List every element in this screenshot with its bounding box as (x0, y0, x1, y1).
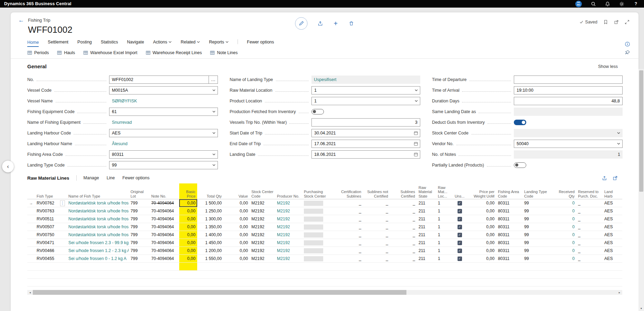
empty-cell[interactable] (496, 279, 522, 286)
environment-badge[interactable]: DEMO (575, 1, 582, 7)
empty-cell[interactable] (417, 271, 436, 278)
column-header-landing_type[interactable]: Landing Type Code (522, 189, 554, 199)
calendar-icon[interactable] (414, 131, 418, 135)
empty-cell[interactable] (363, 279, 390, 286)
empty-cell[interactable] (452, 271, 467, 278)
cell-sublines_cert[interactable]: _ (390, 207, 417, 215)
cell-stock_center[interactable]: M2192 (250, 255, 275, 262)
menu-reports[interactable]: Reports (209, 40, 229, 47)
horizontal-scroll-track[interactable] (33, 290, 617, 295)
share-lines-icon[interactable] (602, 175, 607, 181)
empty-cell[interactable] (67, 263, 129, 270)
cell-original_lot[interactable]: 799 (129, 199, 150, 207)
cell-received_qty[interactable]: 0 (554, 207, 576, 215)
empty-cell[interactable] (554, 263, 576, 270)
empty-cell[interactable] (452, 279, 467, 286)
cell-fishing_area[interactable]: 80311 (496, 207, 522, 215)
checkbox-checked-icon[interactable]: ✓ (458, 225, 462, 229)
cell-raw_mat_loc[interactable]: 1 (436, 239, 452, 247)
collapse-diagonal-icon[interactable] (624, 19, 629, 24)
empty-cell[interactable] (250, 263, 275, 270)
field-select[interactable]: 50040 (514, 140, 623, 148)
column-header-uns[interactable]: Uns... (452, 193, 467, 199)
cell-original_lot[interactable]: 799 (129, 247, 150, 254)
cell-fish_type[interactable]: RV00455 (35, 255, 67, 262)
empty-cell[interactable] (390, 279, 417, 286)
cell-price_per_weight[interactable]: 0,00 (467, 207, 496, 215)
search-icon[interactable] (591, 1, 596, 7)
info-icon[interactable] (625, 41, 630, 47)
cell-price_per_weight[interactable]: 0,00 (467, 255, 496, 262)
empty-cell[interactable] (179, 279, 197, 286)
cell-basic_price[interactable]: 0,00 (179, 239, 197, 247)
cell-original_lot[interactable]: 799 (129, 255, 150, 262)
calendar-icon[interactable] (414, 141, 418, 146)
field-date-input[interactable]: 18.06.2021 (311, 150, 420, 159)
empty-cell[interactable] (129, 279, 150, 286)
checkbox-checked-icon[interactable]: ✓ (458, 217, 462, 221)
empty-cell[interactable] (436, 279, 452, 286)
cell-reserved[interactable]: _ (576, 199, 603, 207)
cell-uns[interactable]: ✓ (452, 207, 467, 215)
column-header-total_qty[interactable]: Total Qty (197, 193, 223, 199)
cell-value[interactable]: 0,00 (223, 215, 250, 223)
empty-cell[interactable] (417, 263, 436, 270)
cell-raw_mat_loc[interactable]: 1 (436, 255, 452, 262)
empty-cell[interactable] (390, 271, 417, 278)
cell-basic_price[interactable]: 0,00 (179, 231, 197, 239)
lines-menu-fewer-options[interactable]: Fewer options (122, 175, 150, 180)
cell-purch_stock[interactable] (302, 255, 335, 262)
horizontal-scroll-thumb[interactable] (33, 290, 406, 295)
cell-value[interactable]: 0,00 (223, 199, 250, 207)
empty-cell[interactable] (436, 263, 452, 270)
column-header-value[interactable]: Value (223, 193, 250, 199)
column-header-purch_stock[interactable]: Purchasing Stock Center (302, 189, 335, 199)
cell-received_qty[interactable]: 0 (554, 215, 576, 223)
cell-original_lot[interactable]: 799 (129, 207, 150, 215)
cell-sublines_cert[interactable]: _ (390, 223, 417, 231)
cell-received_qty[interactable]: 0 (554, 247, 576, 254)
menu-posting[interactable]: Posting (77, 40, 92, 47)
cell-landing_type[interactable]: 99 (522, 255, 554, 262)
column-header-land_harb[interactable]: Land Harb (603, 189, 622, 199)
menu-actions[interactable]: Actions (153, 40, 172, 47)
empty-cell[interactable] (467, 263, 496, 270)
cell-received_qty[interactable]: 0 (554, 223, 576, 231)
empty-cell[interactable] (179, 263, 197, 270)
cell-landing_type[interactable]: 99 (522, 199, 554, 207)
cell-original_lot[interactable]: 799 (129, 239, 150, 247)
empty-cell[interactable] (576, 271, 603, 278)
checkbox-checked-icon[interactable]: ✓ (458, 241, 462, 245)
help-icon[interactable]: ? (633, 1, 638, 7)
cell-purch_stock[interactable] (302, 247, 335, 254)
cell-price_per_weight[interactable]: 0,00 (467, 247, 496, 254)
column-header-stock_center[interactable]: Stock Center Code (250, 189, 275, 199)
field-select[interactable]: 1 (311, 97, 420, 105)
show-less-link[interactable]: Show less (598, 64, 618, 69)
column-header-note_no[interactable]: Note No. (150, 193, 179, 199)
bookmark-icon[interactable] (603, 19, 608, 24)
cell-uns[interactable]: ✓ (452, 239, 467, 247)
column-header-raw_mat_loc[interactable]: Raw Mat... Loc... (436, 185, 452, 199)
empty-cell[interactable] (522, 263, 554, 270)
cell-total_qty[interactable]: 1 400,00 (197, 231, 223, 239)
column-header-price_per_weight[interactable]: Price per Weight UoM (467, 189, 496, 199)
expand-grid-icon[interactable] (613, 175, 618, 181)
cell-producer_no[interactable]: M2192 (275, 199, 302, 207)
empty-cell[interactable] (35, 279, 67, 286)
cell-purch_stock[interactable] (302, 215, 335, 223)
empty-cell[interactable] (150, 279, 179, 286)
cell-fishing_area[interactable]: 80311 (496, 199, 522, 207)
cell-stock_center[interactable]: M2192 (250, 199, 275, 207)
empty-cell[interactable] (129, 263, 150, 270)
empty-cell[interactable] (576, 263, 603, 270)
vertical-scrollbar[interactable]: ▼ (638, 69, 644, 311)
empty-cell[interactable] (197, 263, 223, 270)
cell-land_harb[interactable]: AES (603, 247, 622, 254)
empty-cell[interactable] (250, 271, 275, 278)
cell-sublines_not_cert[interactable]: _ (363, 215, 390, 223)
cell-sublines_cert[interactable]: _ (390, 231, 417, 239)
field-select[interactable]: 61 (109, 108, 218, 116)
cell-producer_no[interactable]: M2192 (275, 239, 302, 247)
cell-name[interactable]: Nordøstarktisk torsk u/hode fross... (67, 231, 129, 239)
